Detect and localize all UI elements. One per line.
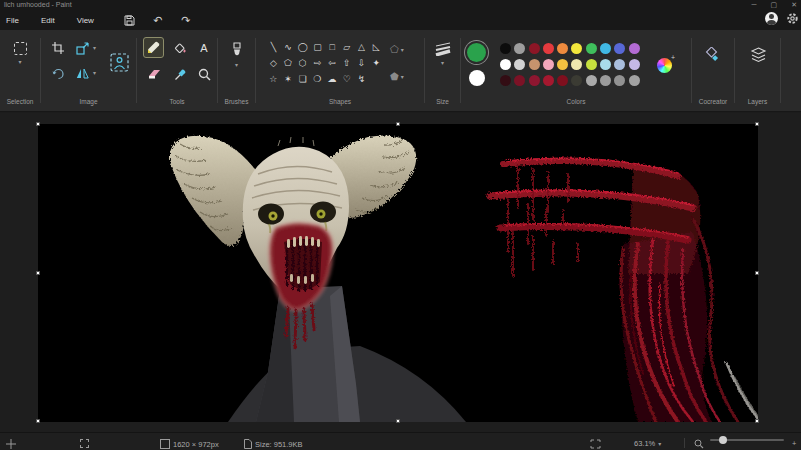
fill-tool-button[interactable] — [171, 39, 189, 57]
palette-swatch[interactable] — [586, 75, 597, 86]
palette-swatch[interactable] — [543, 43, 554, 54]
account-avatar[interactable] — [765, 12, 778, 25]
shape-lightning-icon[interactable]: ↯ — [354, 71, 369, 87]
palette-swatch[interactable] — [514, 75, 525, 86]
pencil-tool-button[interactable] — [143, 37, 164, 58]
eyedropper-tool-button[interactable] — [171, 65, 189, 83]
palette-swatch[interactable] — [500, 75, 511, 86]
shape-arrow-left-icon[interactable]: ⇦ — [325, 55, 340, 71]
crop-button[interactable] — [49, 39, 67, 57]
shape-oval-callout-icon[interactable]: ❍ — [310, 71, 325, 87]
resize-handle-middle-right[interactable] — [755, 271, 759, 275]
palette-swatch[interactable] — [600, 43, 611, 54]
resize-handle-middle-left[interactable] — [36, 271, 40, 275]
stroke-size-icon[interactable] — [435, 42, 451, 56]
palette-swatch[interactable] — [629, 43, 640, 54]
shape-polygon-icon[interactable]: ▱ — [339, 39, 354, 55]
shape-five-point-star-icon[interactable]: ☆ — [266, 71, 281, 87]
menu-edit[interactable]: Edit — [33, 16, 63, 25]
shape-pentagon-icon[interactable]: ⬠ — [281, 55, 296, 71]
palette-swatch[interactable] — [614, 75, 625, 86]
flip-button[interactable] — [73, 64, 91, 82]
palette-swatch[interactable] — [600, 59, 611, 70]
palette-swatch[interactable] — [543, 59, 554, 70]
redo-button[interactable]: ↷ — [178, 14, 194, 28]
chevron-down-icon[interactable]: ▾ — [18, 59, 21, 65]
fit-to-window-button[interactable] — [590, 439, 601, 449]
resize-handle-bottom-right[interactable] — [755, 419, 759, 423]
palette-swatch[interactable] — [529, 59, 540, 70]
zoom-level-dropdown[interactable]: 63.1% ▾ — [634, 439, 661, 448]
shape-fill-dropdown[interactable]: ⬟ ▾ — [390, 71, 404, 82]
minimize-button[interactable]: ─ — [752, 0, 757, 11]
shape-rectangle-icon[interactable]: □ — [325, 39, 340, 55]
palette-swatch[interactable] — [571, 43, 582, 54]
palette-swatch[interactable] — [586, 43, 597, 54]
resize-handle-top-right[interactable] — [755, 122, 759, 126]
zoom-slider-track[interactable] — [710, 439, 784, 441]
palette-swatch[interactable] — [529, 43, 540, 54]
resize-handle-bottom-left[interactable] — [36, 419, 40, 423]
close-button[interactable]: ✕ — [791, 0, 797, 11]
zoom-slider-thumb[interactable] — [719, 436, 727, 444]
shape-four-point-star-icon[interactable]: ✦ — [369, 55, 384, 71]
shape-heart-icon[interactable]: ♡ — [339, 71, 354, 87]
text-tool-button[interactable]: A — [195, 39, 213, 57]
color1-swatch[interactable] — [467, 43, 486, 62]
palette-swatch[interactable] — [629, 59, 640, 70]
resize-handle-top-left[interactable] — [36, 122, 40, 126]
brush-icon[interactable] — [231, 42, 243, 58]
palette-swatch[interactable] — [614, 43, 625, 54]
menu-view[interactable]: View — [69, 16, 102, 25]
shape-six-point-star-icon[interactable]: ✶ — [281, 71, 296, 87]
chevron-down-icon[interactable]: ▾ — [93, 45, 96, 51]
chevron-down-icon[interactable]: ▾ — [93, 70, 96, 76]
resize-handle-top-center[interactable] — [396, 122, 400, 126]
save-button[interactable] — [122, 14, 138, 28]
palette-swatch[interactable] — [629, 75, 640, 86]
palette-swatch[interactable] — [529, 75, 540, 86]
shape-triangle-icon[interactable]: △ — [354, 39, 369, 55]
palette-swatch[interactable] — [557, 59, 568, 70]
shape-right-triangle-icon[interactable]: ◺ — [369, 39, 384, 55]
chevron-down-icon[interactable]: ▾ — [441, 60, 444, 66]
shape-arrow-right-icon[interactable]: ⇨ — [310, 55, 325, 71]
palette-swatch[interactable] — [543, 75, 554, 86]
palette-swatch[interactable] — [514, 43, 525, 54]
cocreator-button[interactable] — [703, 46, 721, 64]
palette-swatch[interactable] — [571, 75, 582, 86]
shape-line-icon[interactable]: ╲ — [266, 39, 281, 55]
palette-swatch[interactable] — [614, 59, 625, 70]
chevron-down-icon[interactable]: ▾ — [235, 62, 238, 68]
zoom-slider[interactable] — [710, 439, 784, 441]
shape-arrow-up-icon[interactable]: ⇧ — [339, 55, 354, 71]
palette-swatch[interactable] — [600, 75, 611, 86]
undo-button[interactable]: ↶ — [150, 14, 166, 28]
shape-diamond-icon[interactable]: ◇ — [266, 55, 281, 71]
palette-swatch[interactable] — [514, 59, 525, 70]
edit-colors-button[interactable] — [657, 58, 672, 73]
settings-gear-icon[interactable] — [786, 12, 799, 25]
palette-swatch[interactable] — [571, 59, 582, 70]
shape-rect-callout-icon[interactable]: ❏ — [295, 71, 310, 87]
resize-button[interactable] — [73, 39, 91, 57]
shape-hexagon-icon[interactable]: ⬡ — [295, 55, 310, 71]
canvas[interactable] — [38, 124, 758, 422]
shape-cloud-callout-icon[interactable]: ☁ — [325, 71, 340, 87]
menu-file[interactable]: File — [0, 16, 27, 25]
shape-outline-dropdown[interactable]: ⬠ ▾ — [390, 44, 404, 55]
color2-swatch[interactable] — [469, 70, 485, 86]
remove-background-button[interactable] — [107, 50, 131, 74]
zoom-out-button[interactable] — [694, 439, 704, 449]
magnifier-tool-button[interactable] — [195, 65, 213, 83]
shape-rounded-rectangle-icon[interactable]: ▢ — [310, 39, 325, 55]
palette-swatch[interactable] — [500, 43, 511, 54]
rotate-button[interactable] — [49, 64, 67, 82]
palette-swatch[interactable] — [557, 75, 568, 86]
resize-handle-bottom-center[interactable] — [396, 419, 400, 423]
palette-swatch[interactable] — [500, 59, 511, 70]
select-tool-icon[interactable] — [14, 42, 27, 55]
shape-curve-icon[interactable]: ∿ — [281, 39, 296, 55]
zoom-in-button[interactable]: + — [792, 439, 796, 448]
maximize-button[interactable]: ▢ — [771, 0, 778, 11]
